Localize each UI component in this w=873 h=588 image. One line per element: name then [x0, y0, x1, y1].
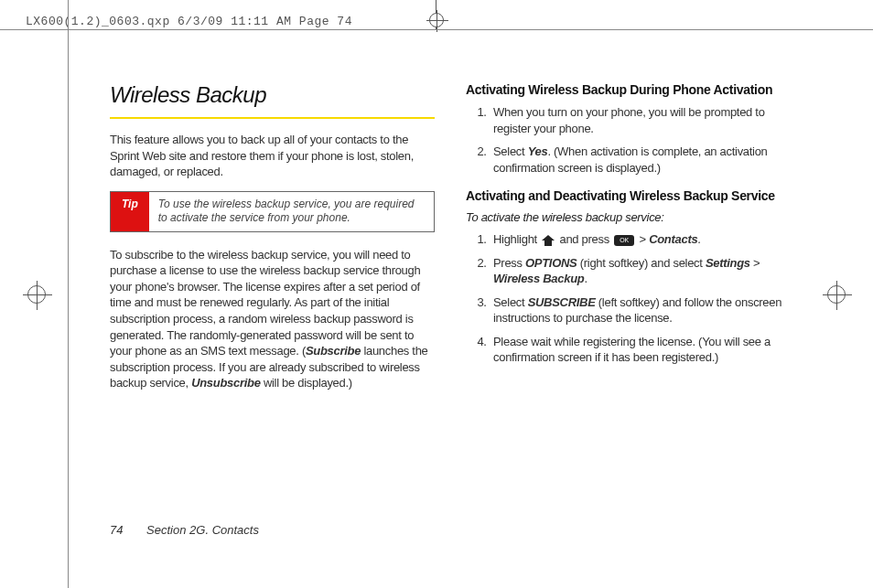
- tip-text: To use the wireless backup service, you …: [149, 192, 434, 231]
- step-text: >: [636, 232, 649, 246]
- subheading-activating-during: Activating Wireless Backup During Phone …: [466, 82, 791, 97]
- page-footer: 74 Section 2G. Contacts: [110, 523, 259, 537]
- step-item: Please wait while registering the licens…: [490, 334, 791, 366]
- page-number: 74: [110, 523, 123, 537]
- yes-word: Yes: [528, 144, 548, 158]
- step-text: Select: [493, 295, 528, 309]
- step-text: Press: [493, 256, 525, 270]
- wireless-backup-word: Wireless Backup: [493, 272, 584, 285]
- step-item: Select SUBSCRIBE (left softkey) and foll…: [490, 294, 791, 326]
- section-label: Section 2G. Contacts: [146, 523, 259, 537]
- step-item: Highlight and press OK > Contacts.: [490, 231, 791, 248]
- sub-instruction: To activate the wireless backup service:: [466, 210, 791, 224]
- step-text: (right softkey) and select: [577, 256, 705, 270]
- left-column: Wireless Backup This feature allows you …: [110, 82, 435, 402]
- trim-rule-left: [68, 0, 69, 588]
- subscribe-word: Subscribe: [306, 344, 361, 358]
- subscribe-softkey-word: SUBSCRIBE: [528, 295, 596, 309]
- tip-box: Tip To use the wireless backup service, …: [110, 191, 435, 232]
- registration-mark-right: [827, 285, 846, 304]
- step-text: >: [750, 256, 760, 270]
- para-text: will be displayed.): [261, 376, 352, 390]
- content-columns: Wireless Backup This feature allows you …: [110, 82, 791, 402]
- step-text: Select: [493, 144, 528, 158]
- step-text: Highlight: [493, 232, 540, 246]
- para-text: To subscribe to the wireless backup serv…: [110, 248, 420, 358]
- step-text: .: [584, 272, 587, 285]
- trim-rule-top: [0, 29, 873, 30]
- subheading-activating-deactivating: Activating and Deactivating Wireless Bac…: [466, 188, 791, 203]
- step-item: When you turn on your phone, you will be…: [490, 104, 791, 136]
- settings-word: Settings: [706, 256, 750, 270]
- step-item: Select Yes. (When activation is complete…: [490, 144, 791, 176]
- home-icon: [542, 235, 555, 246]
- unsubscribe-word: Unsubscribe: [191, 376, 260, 390]
- contacts-word: Contacts: [649, 232, 697, 246]
- step-text: and press: [556, 232, 612, 246]
- registration-mark-left: [27, 285, 46, 304]
- tip-label: Tip: [111, 192, 149, 231]
- section-title: Wireless Backup: [110, 82, 435, 119]
- manual-page: LX600(1.2)_0603.qxp 6/3/09 11:11 AM Page…: [0, 0, 873, 588]
- right-column: Activating Wireless Backup During Phone …: [466, 82, 791, 402]
- menu-ok-icon: OK: [614, 235, 634, 246]
- subscription-paragraph: To subscribe to the wireless backup serv…: [110, 247, 435, 391]
- steps-activation: When you turn on your phone, you will be…: [466, 104, 791, 176]
- steps-service: Highlight and press OK > Contacts. Press…: [466, 231, 791, 366]
- registration-mark-top: [429, 13, 444, 27]
- intro-paragraph: This feature allows you to back up all o…: [110, 132, 435, 180]
- options-word: OPTIONS: [525, 256, 577, 270]
- step-text: .: [697, 232, 700, 246]
- step-item: Press OPTIONS (right softkey) and select…: [490, 255, 791, 287]
- print-header-slug: LX600(1.2)_0603.qxp 6/3/09 11:11 AM Page…: [26, 15, 352, 28]
